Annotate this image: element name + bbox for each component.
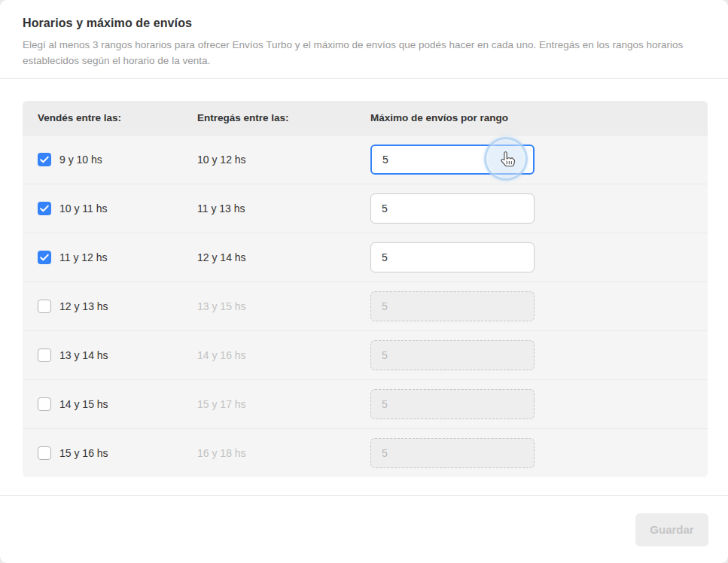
checkmark-icon [40, 254, 49, 261]
max-envios-input [370, 438, 535, 468]
table-row: 15 y 16 hs 16 y 18 hs [23, 428, 708, 477]
deliver-range-label: 13 y 15 hs [197, 300, 370, 312]
max-envios-input[interactable] [370, 242, 535, 272]
deliver-range-label: 12 y 14 hs [197, 251, 370, 263]
row-checkbox[interactable] [38, 202, 51, 215]
deliver-range-label: 14 y 16 hs [197, 349, 370, 361]
page-description: Elegí al menos 3 rangos horarios para of… [23, 37, 704, 68]
column-header-maximo: Máximo de envíos por rango [370, 112, 708, 123]
checkmark-icon [40, 156, 49, 163]
max-envios-input [370, 340, 535, 370]
row-checkbox[interactable] [38, 446, 51, 460]
sell-range-label: 12 y 13 hs [59, 300, 108, 312]
table-row: 12 y 13 hs 13 y 15 hs [23, 282, 708, 330]
page-header: Horarios y máximo de envíos Elegí al men… [0, 0, 728, 68]
max-envios-input [370, 291, 535, 321]
column-header-vendes: Vendés entre las: [23, 112, 197, 123]
checkmark-icon [40, 205, 49, 212]
sell-range-label: 11 y 12 hs [59, 251, 108, 263]
footer-bar: Guardar [0, 495, 728, 563]
time-ranges-table: Vendés entre las: Entregás entre las: Má… [23, 101, 708, 477]
row-checkbox[interactable] [38, 348, 51, 362]
max-envios-input[interactable] [370, 193, 535, 224]
deliver-range-label: 11 y 13 hs [197, 202, 370, 215]
sell-range-label: 10 y 11 hs [59, 202, 108, 215]
table-row: 10 y 11 hs 11 y 13 hs [23, 184, 708, 233]
max-envios-input[interactable] [370, 145, 535, 175]
table-header-row: Vendés entre las: Entregás entre las: Má… [23, 101, 708, 135]
horarios-settings-panel: Horarios y máximo de envíos Elegí al men… [0, 0, 728, 563]
sell-range-label: 13 y 14 hs [59, 349, 108, 361]
save-button[interactable]: Guardar [635, 513, 708, 546]
header-divider [0, 78, 728, 79]
deliver-range-label: 16 y 18 hs [197, 447, 370, 459]
sell-range-label: 14 y 15 hs [59, 398, 108, 410]
deliver-range-label: 15 y 17 hs [197, 398, 370, 410]
sell-range-label: 15 y 16 hs [59, 447, 108, 459]
table-row: 11 y 12 hs 12 y 14 hs [23, 233, 708, 282]
column-header-entregas: Entregás entre las: [197, 112, 370, 123]
table-row: 14 y 15 hs 15 y 17 hs [23, 379, 708, 428]
row-checkbox[interactable] [38, 153, 51, 166]
page-title: Horarios y máximo de envíos [23, 17, 705, 30]
row-checkbox[interactable] [38, 397, 51, 411]
table-row: 13 y 14 hs 14 y 16 hs [23, 330, 708, 379]
deliver-range-label: 10 y 12 hs [197, 154, 370, 166]
table-row: 9 y 10 hs 10 y 12 hs [23, 135, 708, 184]
row-checkbox[interactable] [38, 251, 51, 264]
max-envios-input [370, 389, 535, 419]
row-checkbox[interactable] [38, 300, 51, 313]
sell-range-label: 9 y 10 hs [59, 154, 102, 166]
